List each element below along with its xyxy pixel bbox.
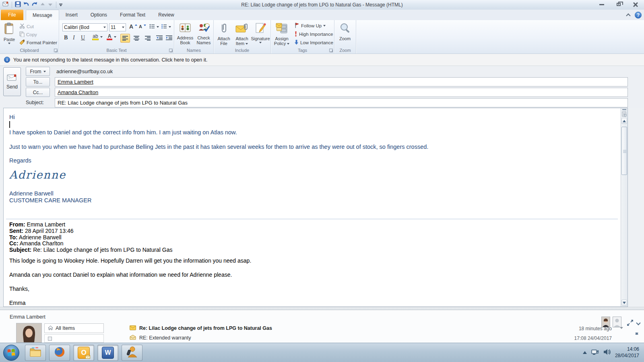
close-button[interactable] — [630, 1, 641, 8]
contact-photo[interactable] — [16, 323, 42, 343]
taskbar-clock[interactable]: 14:06 28/04/2017 — [615, 346, 639, 359]
shrink-font-button[interactable]: A — [139, 24, 146, 29]
underline-button[interactable]: U — [81, 35, 85, 41]
people-pane-chevron-icon[interactable] — [636, 321, 640, 325]
to-recipient[interactable]: Emma Lambert — [58, 79, 93, 85]
conversation-row[interactable]: Re: Lilac Lodge change of jets from LPG … — [130, 324, 620, 333]
tab-review[interactable]: Review — [152, 10, 180, 20]
network-icon[interactable] — [591, 348, 599, 357]
align-left-button[interactable] — [120, 34, 130, 43]
help-icon[interactable]: ? — [635, 12, 642, 19]
minimize-button[interactable] — [597, 1, 607, 8]
format-painter-button[interactable]: Format Painter — [19, 39, 57, 46]
basic-text-dialog-launcher-icon[interactable] — [169, 49, 173, 52]
taskbar-outlook-button[interactable]: O — [73, 345, 94, 361]
address-book-button[interactable]: Address Book — [176, 21, 194, 45]
font-size-combo[interactable]: 11 — [109, 23, 126, 31]
taskbar-firefox-button[interactable] — [49, 345, 70, 361]
expand-people-pane-icon[interactable] — [627, 320, 633, 327]
zoom-button[interactable]: Zoom — [336, 21, 354, 41]
low-importance-button[interactable]: Low Importance — [294, 39, 333, 46]
align-center-button[interactable] — [132, 34, 141, 43]
customize-qat-icon[interactable] — [59, 4, 62, 6]
cc-recipient[interactable]: Amanda Charlton — [58, 89, 98, 95]
send-icon — [7, 74, 17, 82]
minimize-ribbon-icon[interactable] — [626, 13, 630, 18]
scroll-thumb[interactable] — [621, 127, 627, 175]
split-handle[interactable] — [622, 109, 626, 110]
ribbon-tab-row: File Message Insert Options Format Text … — [0, 10, 644, 20]
clipboard-dialog-launcher-icon[interactable] — [54, 49, 58, 52]
italic-button[interactable]: I — [73, 35, 75, 41]
body-scrollbar[interactable] — [621, 108, 627, 306]
ruler-toggle-icon[interactable] — [622, 111, 627, 118]
copy-button[interactable]: Copy — [19, 31, 37, 38]
from-label: From — [30, 69, 41, 74]
taskbar-word-button[interactable]: W — [97, 345, 118, 361]
from-button[interactable]: From — [26, 67, 50, 76]
taskbar-contact-app-button[interactable] — [122, 345, 142, 361]
app-message-icon[interactable] — [2, 1, 9, 8]
previous-item-icon[interactable] — [40, 1, 45, 8]
cut-button[interactable]: Cut — [19, 23, 34, 29]
pane-splitter[interactable] — [0, 307, 644, 310]
to-label: To... — [33, 79, 43, 85]
nav-item-partial[interactable] — [44, 334, 104, 343]
message-body[interactable]: Hi I have spoken to Daniel and got the c… — [3, 108, 628, 307]
tab-format-text[interactable]: Format Text — [114, 10, 152, 20]
row-dropdown-icon[interactable] — [620, 327, 623, 329]
taskbar-explorer-button[interactable] — [25, 345, 46, 361]
to-button[interactable]: To... — [26, 77, 50, 86]
scroll-down-button[interactable] — [621, 300, 627, 306]
people-scroll-down-icon[interactable] — [635, 335, 638, 342]
restore-button[interactable] — [613, 1, 624, 8]
grow-font-button[interactable]: A — [129, 23, 137, 30]
high-importance-button[interactable]: High Importance — [294, 31, 333, 37]
scroll-up-button[interactable] — [621, 118, 627, 124]
group-label-clipboard: Clipboard — [0, 48, 59, 53]
unread-envelope-icon — [130, 325, 136, 332]
decrease-indent-button[interactable] — [155, 34, 164, 43]
nav-all-items[interactable]: All Items — [44, 323, 104, 333]
cc-field[interactable]: Amanda Charlton — [55, 88, 628, 97]
font-color-button[interactable]: A — [107, 34, 116, 40]
redo-icon[interactable] — [31, 1, 38, 8]
cc-button[interactable]: Cc... — [26, 88, 50, 97]
to-field[interactable]: Emma Lambert — [55, 77, 628, 86]
highlight-button[interactable]: ab — [92, 34, 103, 40]
bullets-button[interactable] — [149, 24, 159, 30]
follow-up-button[interactable]: Follow Up — [294, 23, 326, 29]
check-names-button[interactable]: Check Names — [195, 21, 213, 45]
info-bar[interactable]: i You are not responding to the latest m… — [0, 54, 644, 66]
tab-file[interactable]: File — [1, 10, 23, 20]
windows-explorer-icon — [29, 347, 41, 359]
signature-button[interactable]: Signature — [251, 21, 270, 43]
start-button[interactable] — [3, 345, 19, 361]
tags-dialog-launcher-icon[interactable] — [329, 49, 333, 52]
conversation-row[interactable]: RE: Extended warranty — [130, 333, 620, 342]
people-scroll-up-icon[interactable] — [635, 325, 638, 333]
undo-icon[interactable] — [23, 1, 29, 8]
increase-indent-button[interactable] — [165, 34, 173, 43]
numbering-button[interactable] — [161, 24, 171, 30]
volume-icon[interactable] — [603, 348, 611, 357]
assign-policy-button[interactable]: Assign Policy — [272, 21, 291, 46]
align-right-button[interactable] — [143, 34, 153, 43]
save-icon[interactable] — [15, 1, 21, 9]
attach-item-button[interactable]: Attach Item — [233, 21, 251, 46]
tab-message[interactable]: Message — [26, 10, 59, 20]
text-cursor — [9, 121, 10, 128]
bold-icon: B — [64, 35, 68, 41]
font-name-combo[interactable]: Calibri (Bod — [62, 23, 107, 31]
subject-field[interactable]: RE: Lilac Lodge change of jets from LPG … — [55, 98, 628, 107]
send-button[interactable]: Send — [3, 67, 21, 96]
bold-button[interactable]: B — [64, 35, 68, 41]
copy-label: Copy — [26, 32, 37, 37]
next-item-icon[interactable] — [47, 1, 53, 8]
format-painter-label: Format Painter — [27, 40, 57, 45]
tab-insert[interactable]: Insert — [59, 10, 84, 20]
paste-button[interactable]: Paste — [2, 21, 17, 44]
tab-options[interactable]: Options — [84, 10, 114, 20]
attach-file-button[interactable]: Attach File — [215, 21, 232, 46]
show-hidden-icons-button[interactable] — [583, 351, 587, 354]
